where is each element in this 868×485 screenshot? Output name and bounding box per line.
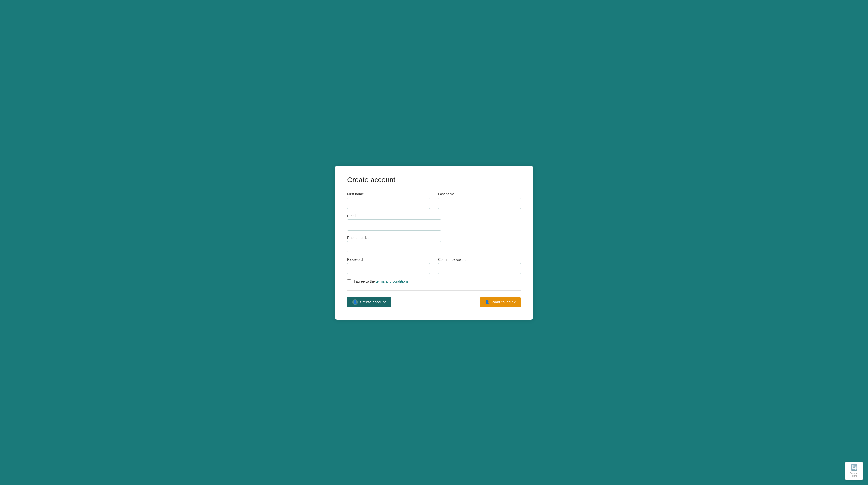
last-name-input[interactable] <box>438 198 521 209</box>
first-name-input[interactable] <box>347 198 430 209</box>
page-container: Create account First name Last name Emai… <box>0 0 868 485</box>
user-icon: 👤 <box>352 299 358 305</box>
email-group: Email <box>347 214 521 231</box>
phone-group: Phone number <box>347 236 521 252</box>
terms-label[interactable]: I agree to the terms and conditions <box>354 279 409 283</box>
name-row: First name Last name <box>347 192 521 209</box>
confirm-password-label: Confirm password <box>438 257 521 261</box>
phone-input[interactable] <box>347 241 441 252</box>
recaptcha-badge: 🔄 Privacy · Terms <box>845 462 863 480</box>
first-name-label: First name <box>347 192 430 196</box>
create-account-button[interactable]: 👤 Create account <box>347 297 391 308</box>
recaptcha-text: Privacy · Terms <box>848 472 860 478</box>
person-icon: 👤 <box>485 300 490 304</box>
want-login-label: Want to login? <box>492 300 516 304</box>
email-input[interactable] <box>347 219 441 231</box>
password-label: Password <box>347 257 430 261</box>
terms-checkbox[interactable] <box>347 279 351 283</box>
terms-prefix-text: I agree to the <box>354 279 376 283</box>
confirm-password-input[interactable] <box>438 263 521 274</box>
footer-row: 👤 Create account 👤 Want to login? <box>347 297 521 308</box>
phone-label: Phone number <box>347 236 521 240</box>
terms-row: I agree to the terms and conditions <box>347 279 521 283</box>
create-account-label: Create account <box>360 300 386 304</box>
recaptcha-logo: 🔄 <box>851 464 858 471</box>
create-account-card: Create account First name Last name Emai… <box>335 166 533 320</box>
password-row: Password Confirm password <box>347 257 521 274</box>
last-name-label: Last name <box>438 192 521 196</box>
email-label: Email <box>347 214 521 218</box>
want-login-button[interactable]: 👤 Want to login? <box>480 297 521 307</box>
password-group: Password <box>347 257 430 274</box>
confirm-password-group: Confirm password <box>438 257 521 274</box>
first-name-group: First name <box>347 192 430 209</box>
page-title: Create account <box>347 176 521 184</box>
password-input[interactable] <box>347 263 430 274</box>
terms-link[interactable]: terms and conditions <box>376 279 408 283</box>
last-name-group: Last name <box>438 192 521 209</box>
divider <box>347 290 521 291</box>
